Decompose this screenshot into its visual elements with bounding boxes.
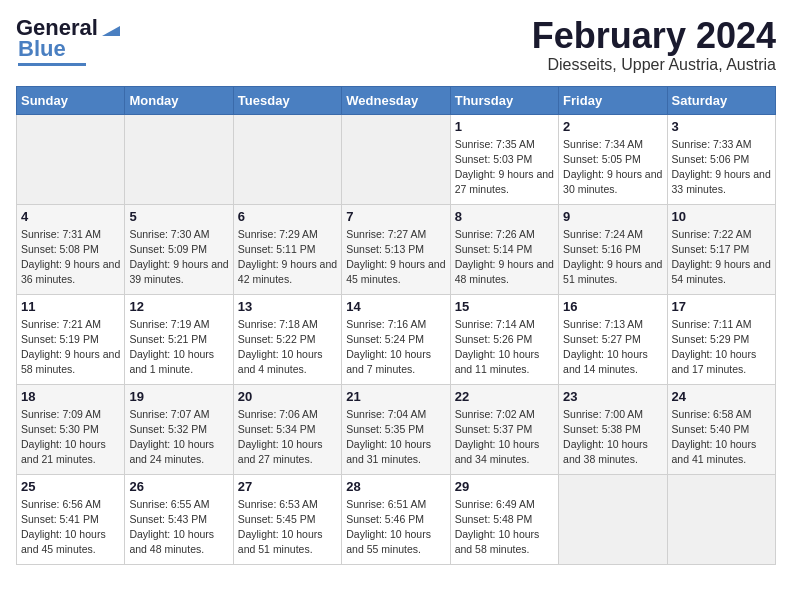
calendar-week-2: 4Sunrise: 7:31 AMSunset: 5:08 PMDaylight…	[17, 204, 776, 294]
calendar-cell: 7Sunrise: 7:27 AMSunset: 5:13 PMDaylight…	[342, 204, 450, 294]
day-info: Sunrise: 7:21 AMSunset: 5:19 PMDaylight:…	[21, 317, 120, 378]
day-number: 2	[563, 119, 662, 134]
day-info: Sunrise: 7:00 AMSunset: 5:38 PMDaylight:…	[563, 407, 662, 468]
day-number: 15	[455, 299, 554, 314]
day-number: 20	[238, 389, 337, 404]
day-info: Sunrise: 7:30 AMSunset: 5:09 PMDaylight:…	[129, 227, 228, 288]
day-info: Sunrise: 6:51 AMSunset: 5:46 PMDaylight:…	[346, 497, 445, 558]
calendar-header: SundayMondayTuesdayWednesdayThursdayFrid…	[17, 86, 776, 114]
calendar-week-5: 25Sunrise: 6:56 AMSunset: 5:41 PMDayligh…	[17, 474, 776, 564]
day-info: Sunrise: 7:29 AMSunset: 5:11 PMDaylight:…	[238, 227, 337, 288]
day-info: Sunrise: 7:16 AMSunset: 5:24 PMDaylight:…	[346, 317, 445, 378]
page-header: General Blue February 2024 Diesseits, Up…	[16, 16, 776, 74]
day-info: Sunrise: 7:02 AMSunset: 5:37 PMDaylight:…	[455, 407, 554, 468]
day-number: 8	[455, 209, 554, 224]
calendar-cell: 14Sunrise: 7:16 AMSunset: 5:24 PMDayligh…	[342, 294, 450, 384]
svg-marker-0	[102, 26, 120, 36]
day-number: 27	[238, 479, 337, 494]
day-info: Sunrise: 7:07 AMSunset: 5:32 PMDaylight:…	[129, 407, 228, 468]
calendar-week-3: 11Sunrise: 7:21 AMSunset: 5:19 PMDayligh…	[17, 294, 776, 384]
calendar-cell: 24Sunrise: 6:58 AMSunset: 5:40 PMDayligh…	[667, 384, 775, 474]
calendar-cell: 5Sunrise: 7:30 AMSunset: 5:09 PMDaylight…	[125, 204, 233, 294]
header-cell-friday: Friday	[559, 86, 667, 114]
day-number: 4	[21, 209, 120, 224]
day-info: Sunrise: 6:55 AMSunset: 5:43 PMDaylight:…	[129, 497, 228, 558]
day-info: Sunrise: 7:14 AMSunset: 5:26 PMDaylight:…	[455, 317, 554, 378]
calendar-cell	[559, 474, 667, 564]
calendar-cell: 19Sunrise: 7:07 AMSunset: 5:32 PMDayligh…	[125, 384, 233, 474]
day-number: 3	[672, 119, 771, 134]
day-info: Sunrise: 7:13 AMSunset: 5:27 PMDaylight:…	[563, 317, 662, 378]
calendar-cell: 26Sunrise: 6:55 AMSunset: 5:43 PMDayligh…	[125, 474, 233, 564]
calendar-cell: 16Sunrise: 7:13 AMSunset: 5:27 PMDayligh…	[559, 294, 667, 384]
day-number: 17	[672, 299, 771, 314]
logo-underline	[18, 63, 86, 66]
calendar-cell: 12Sunrise: 7:19 AMSunset: 5:21 PMDayligh…	[125, 294, 233, 384]
calendar-cell: 20Sunrise: 7:06 AMSunset: 5:34 PMDayligh…	[233, 384, 341, 474]
calendar-cell: 8Sunrise: 7:26 AMSunset: 5:14 PMDaylight…	[450, 204, 558, 294]
logo-icon	[100, 16, 122, 38]
day-info: Sunrise: 6:49 AMSunset: 5:48 PMDaylight:…	[455, 497, 554, 558]
day-info: Sunrise: 7:18 AMSunset: 5:22 PMDaylight:…	[238, 317, 337, 378]
calendar-week-4: 18Sunrise: 7:09 AMSunset: 5:30 PMDayligh…	[17, 384, 776, 474]
calendar-cell	[342, 114, 450, 204]
header-cell-thursday: Thursday	[450, 86, 558, 114]
calendar-cell: 17Sunrise: 7:11 AMSunset: 5:29 PMDayligh…	[667, 294, 775, 384]
day-number: 6	[238, 209, 337, 224]
header-cell-monday: Monday	[125, 86, 233, 114]
calendar-week-1: 1Sunrise: 7:35 AMSunset: 5:03 PMDaylight…	[17, 114, 776, 204]
day-number: 13	[238, 299, 337, 314]
calendar-cell: 2Sunrise: 7:34 AMSunset: 5:05 PMDaylight…	[559, 114, 667, 204]
day-info: Sunrise: 7:19 AMSunset: 5:21 PMDaylight:…	[129, 317, 228, 378]
calendar-body: 1Sunrise: 7:35 AMSunset: 5:03 PMDaylight…	[17, 114, 776, 564]
day-info: Sunrise: 7:33 AMSunset: 5:06 PMDaylight:…	[672, 137, 771, 198]
calendar-cell: 13Sunrise: 7:18 AMSunset: 5:22 PMDayligh…	[233, 294, 341, 384]
header-cell-saturday: Saturday	[667, 86, 775, 114]
calendar-cell: 21Sunrise: 7:04 AMSunset: 5:35 PMDayligh…	[342, 384, 450, 474]
calendar-cell	[233, 114, 341, 204]
day-number: 21	[346, 389, 445, 404]
calendar-cell: 18Sunrise: 7:09 AMSunset: 5:30 PMDayligh…	[17, 384, 125, 474]
calendar-cell: 15Sunrise: 7:14 AMSunset: 5:26 PMDayligh…	[450, 294, 558, 384]
calendar-cell	[17, 114, 125, 204]
header-cell-sunday: Sunday	[17, 86, 125, 114]
day-info: Sunrise: 7:06 AMSunset: 5:34 PMDaylight:…	[238, 407, 337, 468]
calendar-cell: 11Sunrise: 7:21 AMSunset: 5:19 PMDayligh…	[17, 294, 125, 384]
day-info: Sunrise: 7:22 AMSunset: 5:17 PMDaylight:…	[672, 227, 771, 288]
day-number: 10	[672, 209, 771, 224]
calendar-cell: 10Sunrise: 7:22 AMSunset: 5:17 PMDayligh…	[667, 204, 775, 294]
day-info: Sunrise: 7:27 AMSunset: 5:13 PMDaylight:…	[346, 227, 445, 288]
day-number: 19	[129, 389, 228, 404]
calendar-cell: 3Sunrise: 7:33 AMSunset: 5:06 PMDaylight…	[667, 114, 775, 204]
calendar-cell: 1Sunrise: 7:35 AMSunset: 5:03 PMDaylight…	[450, 114, 558, 204]
calendar-cell: 23Sunrise: 7:00 AMSunset: 5:38 PMDayligh…	[559, 384, 667, 474]
day-number: 11	[21, 299, 120, 314]
day-number: 18	[21, 389, 120, 404]
calendar-cell: 6Sunrise: 7:29 AMSunset: 5:11 PMDaylight…	[233, 204, 341, 294]
day-number: 25	[21, 479, 120, 494]
day-number: 1	[455, 119, 554, 134]
calendar-cell: 27Sunrise: 6:53 AMSunset: 5:45 PMDayligh…	[233, 474, 341, 564]
day-number: 22	[455, 389, 554, 404]
header-cell-tuesday: Tuesday	[233, 86, 341, 114]
calendar-title: February 2024	[532, 16, 776, 56]
day-info: Sunrise: 7:31 AMSunset: 5:08 PMDaylight:…	[21, 227, 120, 288]
day-number: 7	[346, 209, 445, 224]
day-number: 23	[563, 389, 662, 404]
day-number: 12	[129, 299, 228, 314]
calendar-cell: 22Sunrise: 7:02 AMSunset: 5:37 PMDayligh…	[450, 384, 558, 474]
day-number: 16	[563, 299, 662, 314]
day-number: 29	[455, 479, 554, 494]
calendar-table: SundayMondayTuesdayWednesdayThursdayFrid…	[16, 86, 776, 565]
day-info: Sunrise: 6:58 AMSunset: 5:40 PMDaylight:…	[672, 407, 771, 468]
day-info: Sunrise: 7:11 AMSunset: 5:29 PMDaylight:…	[672, 317, 771, 378]
day-number: 28	[346, 479, 445, 494]
logo: General Blue	[16, 16, 122, 66]
calendar-cell: 4Sunrise: 7:31 AMSunset: 5:08 PMDaylight…	[17, 204, 125, 294]
day-info: Sunrise: 7:04 AMSunset: 5:35 PMDaylight:…	[346, 407, 445, 468]
day-info: Sunrise: 7:35 AMSunset: 5:03 PMDaylight:…	[455, 137, 554, 198]
header-cell-wednesday: Wednesday	[342, 86, 450, 114]
day-info: Sunrise: 7:26 AMSunset: 5:14 PMDaylight:…	[455, 227, 554, 288]
calendar-cell: 29Sunrise: 6:49 AMSunset: 5:48 PMDayligh…	[450, 474, 558, 564]
day-number: 9	[563, 209, 662, 224]
